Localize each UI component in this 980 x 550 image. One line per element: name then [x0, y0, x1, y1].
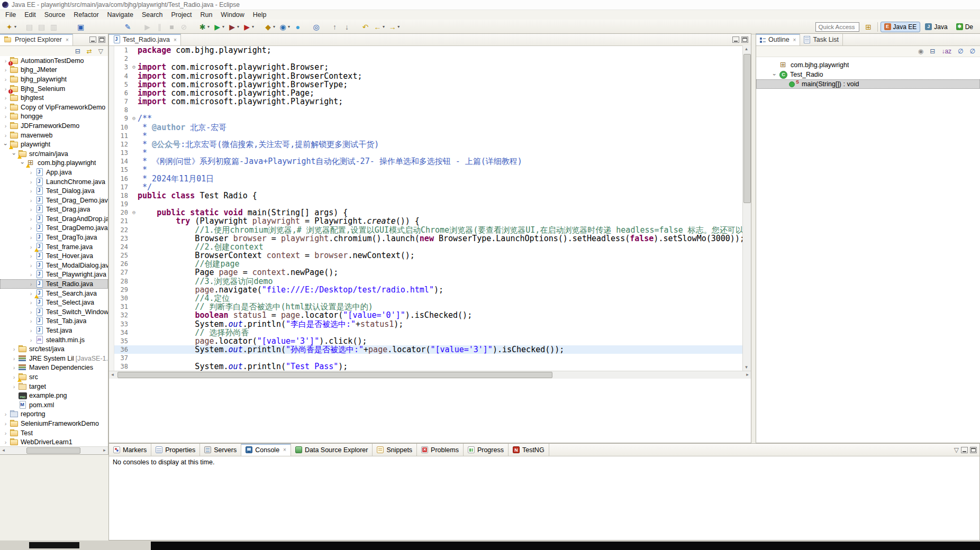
expander-icon[interactable]: › [3, 104, 8, 111]
tree-item[interactable]: ›Test_Switch_Window.java [0, 307, 108, 317]
project-explorer-hscrollbar[interactable]: ◂ ▸ [0, 446, 108, 454]
tab-servers[interactable]: Servers [200, 444, 241, 456]
expander-icon[interactable]: › [772, 72, 778, 77]
close-icon[interactable]: × [793, 37, 796, 43]
expander-icon[interactable]: › [29, 271, 33, 278]
tree-item[interactable]: ›playwright [0, 140, 108, 149]
menu-navigate[interactable]: Navigate [103, 10, 138, 20]
expander-icon[interactable]: › [29, 327, 33, 334]
tree-item[interactable]: ›mavenweb [0, 131, 108, 140]
minimize-icon[interactable] [89, 36, 96, 43]
terminate-button[interactable]: ■ [166, 21, 178, 33]
expander-icon[interactable]: › [12, 355, 16, 362]
expander-icon[interactable]: › [3, 113, 8, 120]
view-menu-icon[interactable]: ▽ [954, 446, 959, 454]
maximize-icon[interactable] [741, 36, 748, 43]
expander-icon[interactable]: › [3, 67, 8, 73]
save-button[interactable]: ▤ [23, 21, 35, 33]
expander-icon[interactable]: › [29, 290, 33, 297]
expander-icon[interactable]: › [29, 206, 33, 213]
markup-pen-button[interactable]: ✎ [122, 21, 134, 33]
tree-item[interactable]: ›Test_Radio.java [0, 279, 108, 289]
minimize-icon[interactable] [732, 36, 739, 43]
outline-item[interactable]: com.bjhg.playwright [756, 60, 980, 70]
expander-icon[interactable]: › [3, 76, 8, 82]
expander-icon[interactable]: › [29, 197, 33, 204]
tree-item[interactable]: ›Test_Search.java [0, 289, 108, 298]
tree-item[interactable]: ›Test_Hover.java [0, 251, 108, 261]
expander-icon[interactable]: › [3, 95, 8, 101]
expander-icon[interactable]: › [12, 374, 16, 380]
new-web-project-button[interactable]: ◉ [277, 21, 292, 33]
debug-button[interactable]: ✱ [196, 21, 211, 33]
tree-item[interactable]: ›Copy of VipFrameworkDemo [0, 103, 108, 112]
tree-item[interactable]: ›WebDriverLearn1 [0, 437, 108, 447]
tab-problems[interactable]: Problems [417, 444, 464, 456]
maximize-icon[interactable] [970, 447, 977, 453]
tree-item[interactable]: ›SeleniumFrameworkDemo [0, 419, 108, 428]
expander-icon[interactable]: › [29, 337, 33, 343]
tree-item[interactable]: ›JDFrameworkDemo [0, 121, 108, 131]
tree-item[interactable]: example.png [0, 391, 108, 400]
tab-properties[interactable]: Properties [151, 444, 200, 456]
menu-edit[interactable]: Edit [20, 10, 40, 20]
tab-progress[interactable]: Progress [464, 444, 509, 456]
expander-icon[interactable]: › [29, 299, 33, 306]
print-button[interactable]: ▥ [48, 21, 60, 33]
expander-icon[interactable]: › [29, 234, 33, 241]
tree-item[interactable]: ›LaunchChrome.java [0, 177, 108, 187]
scroll-down-icon[interactable]: ▾ [743, 364, 750, 371]
tree-item[interactable]: ›hongge [0, 112, 108, 122]
editor-hscrollbar[interactable]: ◂ ▸ [109, 371, 751, 379]
expander-icon[interactable]: › [12, 364, 16, 371]
expander-icon[interactable]: › [29, 169, 33, 176]
code-area[interactable]: 1package com.bjhg.playwright;23⊖import c… [109, 46, 751, 371]
expander-icon[interactable]: › [29, 216, 33, 222]
perspective-de[interactable]: ✱De [952, 22, 977, 32]
tab-task-list[interactable]: Task List [800, 34, 843, 45]
menu-refactor[interactable]: Refactor [69, 10, 103, 20]
coverage-button[interactable]: ▶ [226, 21, 241, 33]
annotations-next-button[interactable]: ↓ [341, 21, 353, 33]
tree-item[interactable]: ›Test.java [0, 326, 108, 335]
tab-snippets[interactable]: Snippets [373, 444, 417, 456]
expander-icon[interactable]: › [3, 411, 8, 417]
back-button[interactable]: ← [371, 21, 386, 33]
external-tools-button[interactable]: ▶ [241, 21, 256, 33]
resume-button[interactable]: ▶ [141, 21, 153, 33]
run-button[interactable]: ▶ [211, 21, 226, 33]
outline-item[interactable]: ›CTest_Radio [756, 70, 980, 79]
tree-item[interactable]: ›Test_DragAndDrop.java [0, 214, 108, 224]
forward-button[interactable]: → [386, 21, 401, 33]
web-browser-button[interactable]: ● [292, 21, 304, 33]
expander-icon[interactable]: › [3, 58, 8, 64]
hide-fields-button[interactable]: ∅ [956, 45, 965, 57]
scroll-up-icon[interactable]: ▴ [743, 45, 750, 52]
suspend-button[interactable]: ∥ [153, 21, 166, 33]
menu-file[interactable]: File [1, 10, 20, 20]
perspective-java-ee[interactable]: EJava EE [881, 22, 921, 32]
minimize-icon[interactable] [961, 447, 968, 453]
sort-button[interactable]: ↓az [940, 45, 953, 57]
menu-run[interactable]: Run [196, 10, 216, 20]
maximize-icon[interactable] [98, 36, 105, 43]
quick-access-input[interactable]: Quick Access [815, 22, 859, 32]
scroll-left-icon[interactable]: ◂ [109, 371, 116, 378]
tab-outline[interactable]: Outline× [756, 34, 800, 45]
close-icon[interactable]: × [66, 37, 69, 43]
expander-icon[interactable]: › [29, 253, 33, 259]
last-edit-location-button[interactable]: ↶ [359, 21, 371, 33]
expander-icon[interactable]: › [29, 281, 33, 287]
save-all-button[interactable]: ▤ [35, 21, 48, 33]
expander-icon[interactable]: › [29, 309, 33, 315]
tree-item[interactable]: ›Test_Drag.java [0, 205, 108, 215]
tree-item[interactable]: ›Test_ModalDialog.java [0, 261, 108, 270]
tab-test-radio-java[interactable]: Test_Radio.java × [109, 34, 181, 45]
expander-icon[interactable]: › [3, 439, 8, 445]
tree-item[interactable]: pom.xml [0, 400, 108, 410]
tree-item[interactable]: ›reportng [0, 410, 108, 419]
tree-item[interactable]: ›Test_Playwright.java [0, 270, 108, 280]
expander-icon[interactable]: › [29, 262, 33, 269]
expander-icon[interactable]: › [29, 188, 33, 194]
close-icon[interactable]: × [283, 447, 286, 453]
